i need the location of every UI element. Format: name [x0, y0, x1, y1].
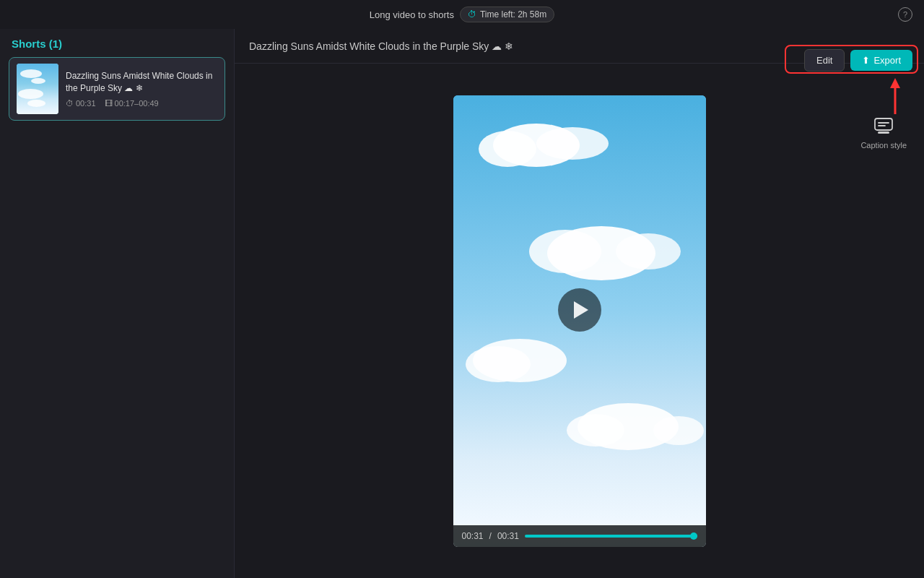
video-container: 00:31 / 00:31 — [235, 64, 924, 578]
cloud-1b — [479, 131, 536, 167]
top-right-controls: Edit ⬆ Export — [804, 49, 912, 72]
video-sky — [453, 95, 706, 525]
clock-icon: ⏱ — [468, 9, 476, 20]
total-time: 00:31 — [497, 531, 519, 541]
timerange-value: 00:17–00:49 — [115, 99, 159, 108]
page-title-area: Long video to shorts ⏱ Time left: 2h 58m — [370, 7, 554, 22]
timerange-meta: 🎞 00:17–00:49 — [105, 99, 159, 108]
help-icon[interactable]: ? — [898, 7, 912, 22]
cloud-group-3 — [466, 332, 596, 389]
top-bar: Long video to shorts ⏱ Time left: 2h 58m… — [0, 0, 924, 29]
export-icon: ⬆ — [862, 55, 870, 66]
export-label: Export — [873, 55, 901, 66]
cloud-4b — [567, 414, 624, 447]
thumbnail-sky — [17, 64, 58, 114]
short-info: Dazzling Suns Amidst White Clouds in the… — [66, 70, 217, 108]
short-title: Dazzling Suns Amidst White Clouds in the… — [66, 70, 217, 95]
short-meta: ⏱ 00:31 🎞 00:17–00:49 — [66, 99, 217, 108]
progress-bar[interactable] — [525, 535, 697, 538]
video-title-header: Dazzling Suns Amidst White Clouds in the… — [249, 40, 513, 52]
time-left-text: Time left: 2h 58m — [480, 9, 546, 20]
main-layout: Shorts (1) Dazzling Suns Amidst White Cl… — [0, 29, 924, 578]
film-icon: 🎞 — [105, 99, 113, 108]
cloud-4c — [653, 416, 704, 445]
duration-value: 00:31 — [76, 99, 96, 108]
edit-button[interactable]: Edit — [804, 49, 845, 72]
progress-fill — [525, 535, 697, 538]
short-thumbnail — [17, 64, 58, 114]
cloud-1c — [536, 127, 609, 160]
cloud-2c — [616, 233, 681, 269]
cloud-2b — [529, 230, 601, 273]
current-time: 00:31 — [462, 531, 484, 541]
time-left-badge: ⏱ Time left: 2h 58m — [460, 7, 554, 22]
cloud-group-2 — [529, 215, 688, 288]
progress-dot — [690, 532, 697, 540]
time-separator: / — [489, 531, 492, 541]
video-player: 00:31 / 00:31 — [453, 95, 706, 547]
duration-meta: ⏱ 00:31 — [66, 99, 96, 108]
cloud-mini-4 — [27, 100, 45, 107]
clock-icon-small: ⏱ — [66, 99, 74, 108]
page-title: Long video to shorts — [370, 9, 454, 20]
cloud-3b — [466, 346, 531, 382]
play-icon — [574, 301, 588, 319]
cloud-mini-2 — [31, 78, 45, 84]
video-title: Dazzling Suns Amidst White Clouds in the… — [249, 40, 513, 52]
export-button[interactable]: ⬆ Export — [850, 50, 912, 71]
cloud-group-1 — [479, 116, 623, 174]
sidebar: Shorts (1) Dazzling Suns Amidst White Cl… — [0, 29, 235, 578]
cloud-group-4 — [567, 396, 706, 461]
content-area: Dazzling Suns Amidst White Clouds in the… — [235, 29, 924, 578]
video-controls: 00:31 / 00:31 — [453, 525, 706, 547]
short-item[interactable]: Dazzling Suns Amidst White Clouds in the… — [9, 57, 225, 121]
play-button[interactable] — [558, 288, 601, 332]
cloud-mini-3 — [18, 89, 43, 99]
cloud-mini-1 — [20, 69, 42, 78]
sidebar-header: Shorts (1) — [0, 29, 234, 57]
shorts-list: Dazzling Suns Amidst White Clouds in the… — [0, 57, 234, 121]
